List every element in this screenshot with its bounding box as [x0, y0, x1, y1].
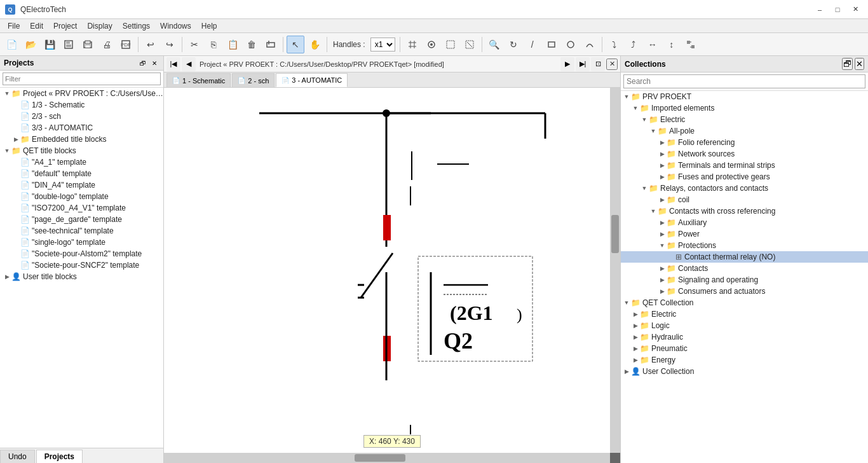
tab-schematic[interactable]: 📄 1 - Schematic [166, 73, 231, 87]
handles-select[interactable]: x1 x2 x4 [370, 38, 395, 52]
rotate-left[interactable]: ⤴ [625, 36, 642, 53]
coll-contact-thermal[interactable]: ⊞ Contact thermal relay (NO) [621, 251, 868, 263]
toggle-terminals[interactable]: ▶ [658, 162, 667, 169]
toggle-network[interactable]: ▶ [658, 151, 667, 157]
tree-sncf[interactable]: 📄 "Societe-pour-SNCF2" template [0, 259, 163, 271]
tree-iso7200[interactable]: 📄 "ISO7200_A4_V1" template [0, 202, 163, 214]
toggle-qet-pneumatic[interactable]: ▶ [631, 345, 640, 352]
cut-button[interactable]: ✂ [186, 36, 203, 53]
rotate-right[interactable]: ⤵ [606, 36, 623, 53]
coll-all-pole[interactable]: ▼ 📁 All-pole [621, 125, 868, 137]
tree-a4-1[interactable]: 📄 "A4_1" template [0, 156, 163, 168]
tree-alstom[interactable]: 📄 "Societe-pour-Alstom2" template [0, 248, 163, 259]
pan-tool[interactable]: ✋ [306, 36, 323, 53]
coll-qet-root[interactable]: ▼ 📁 QET Collection [621, 297, 868, 308]
toggle-qet[interactable]: ▼ [3, 148, 11, 154]
toggle-prv[interactable]: ▼ [622, 93, 631, 100]
coll-network-src[interactable]: ▶ 📁 Network sources [621, 148, 868, 160]
close-button[interactable]: ✕ [848, 4, 863, 15]
menu-project[interactable]: Project [48, 20, 82, 32]
menu-help[interactable]: Help [196, 20, 222, 32]
projects-restore-btn[interactable]: 🗗 [138, 58, 148, 68]
coll-qet-electric[interactable]: ▶ 📁 Electric [621, 308, 868, 320]
toggle-qet-energy[interactable]: ▶ [631, 357, 640, 363]
toggle-all-pole[interactable]: ▼ [649, 128, 658, 134]
tree-din-a4[interactable]: 📄 "DIN_A4" template [0, 179, 163, 191]
coll-qet-logic[interactable]: ▶ 📁 Logic [621, 320, 868, 331]
undo-tab[interactable]: Undo [0, 450, 35, 463]
doc-prev-btn[interactable]: ◀ [182, 57, 196, 71]
coll-user-collection[interactable]: ▶ 👤 User Collection [621, 366, 868, 377]
doc-first-btn[interactable]: |◀ [166, 57, 180, 71]
tree-single-logo[interactable]: 📄 "single-logo" template [0, 237, 163, 248]
coll-signaling[interactable]: ▶ 📁 Signaling and operating [621, 274, 868, 286]
print-button[interactable]: 🖨 [98, 36, 116, 53]
toggle-qet-electric[interactable]: ▶ [631, 311, 640, 317]
select-tool[interactable]: ↖ [287, 36, 304, 53]
draw-rect[interactable] [543, 36, 560, 53]
vertical-scrollbar-thumb[interactable] [611, 215, 619, 253]
horizontal-scrollbar-thumb[interactable] [355, 454, 405, 462]
new-button[interactable]: 📄 [3, 36, 20, 53]
delete-button[interactable]: 🗑 [243, 36, 261, 53]
flip-h[interactable]: ↔ [644, 36, 661, 53]
save-button[interactable]: 💾 [41, 36, 58, 53]
tree-double-logo[interactable]: 📄 "double-logo" template [0, 191, 163, 202]
coll-coil[interactable]: ▶ 📁 coil [621, 194, 868, 205]
menu-settings[interactable]: Settings [118, 20, 155, 32]
flip-v[interactable]: ↕ [663, 36, 681, 53]
collections-restore-btn[interactable]: 🗗 [842, 58, 853, 70]
undo-button[interactable]: ↩ [142, 36, 159, 53]
doc-next-btn[interactable]: ▶ [560, 57, 574, 71]
toggle-imported[interactable]: ▼ [631, 105, 640, 111]
redo-button[interactable]: ↪ [161, 36, 179, 53]
draw-circle[interactable] [562, 36, 580, 53]
collections-close-btn[interactable]: ✕ [855, 58, 864, 70]
paste-button[interactable]: 📋 [224, 36, 241, 53]
coll-folio-ref[interactable]: ▶ 📁 Folio referencing [621, 137, 868, 148]
coll-contacts-xref[interactable]: ▼ 📁 Contacts with cross referencing [621, 205, 868, 217]
coll-qet-energy[interactable]: ▶ 📁 Energy [621, 354, 868, 366]
coll-fuses[interactable]: ▶ 📁 Fuses and protective gears [621, 171, 868, 183]
draw-arc[interactable] [581, 36, 599, 53]
copy-button[interactable]: ⎘ [205, 36, 222, 53]
doc-expand-btn[interactable]: ⊡ [591, 57, 605, 71]
tree-qet-title[interactable]: ▼ 📁 QET title blocks [0, 145, 163, 156]
toggle-protections[interactable]: ▼ [658, 242, 667, 249]
tree-sch-1[interactable]: 📄 1/3 - Schematic [0, 99, 163, 111]
tree-sch-3[interactable]: 📄 3/3 - AUTOMATIC [0, 122, 163, 134]
toggle-signaling[interactable]: ▶ [658, 277, 667, 283]
export-button[interactable]: PDF [117, 36, 135, 53]
coll-power[interactable]: ▶ 📁 Power [621, 228, 868, 240]
toggle-coil[interactable]: ▶ [658, 197, 667, 203]
coll-imported[interactable]: ▼ 📁 Imported elements [621, 102, 868, 114]
toggle-embedded[interactable]: ▶ [11, 136, 20, 142]
toggle-qet-coll[interactable]: ▼ [622, 300, 631, 306]
menu-file[interactable]: File [3, 20, 25, 32]
tab-sch2[interactable]: 📄 2 - sch [232, 73, 275, 87]
save-as-button[interactable] [60, 36, 78, 53]
vertical-scrollbar[interactable] [610, 88, 620, 453]
coll-protections[interactable]: ▼ 📁 Protections [621, 240, 868, 251]
align-grid[interactable] [682, 36, 700, 53]
toggle-user[interactable]: ▶ [3, 273, 11, 280]
projects-close-btn[interactable]: ✕ [149, 58, 159, 68]
grid-toggle[interactable] [403, 36, 421, 53]
zoom-in[interactable]: 🔍 [485, 36, 503, 53]
tree-user-title[interactable]: ▶ 👤 User title blocks [0, 271, 163, 282]
toggle-auxiliary[interactable]: ▶ [658, 219, 667, 226]
tree-embedded-title[interactable]: ▶ 📁 Embedded title blocks [0, 134, 163, 145]
search-input[interactable] [623, 74, 865, 88]
toggle-electric[interactable]: ▼ [640, 116, 649, 123]
maximize-button[interactable]: □ [830, 4, 845, 15]
rotate[interactable]: ↻ [505, 36, 522, 53]
toggle-contacts-xref[interactable]: ▼ [649, 208, 658, 214]
toggle-fuses[interactable]: ▶ [658, 174, 667, 180]
projects-tab[interactable]: Projects [36, 450, 83, 463]
filter-input[interactable] [3, 73, 161, 85]
draw-line[interactable]: / [524, 36, 541, 53]
toggle-user-coll[interactable]: ▶ [622, 368, 631, 375]
tree-project-root[interactable]: ▼ 📁 Project « PRV PROEKT : C:/Users/User… [0, 88, 163, 99]
toggle-qet-hydraulic[interactable]: ▶ [631, 334, 640, 340]
horizontal-scrollbar[interactable] [164, 453, 610, 463]
